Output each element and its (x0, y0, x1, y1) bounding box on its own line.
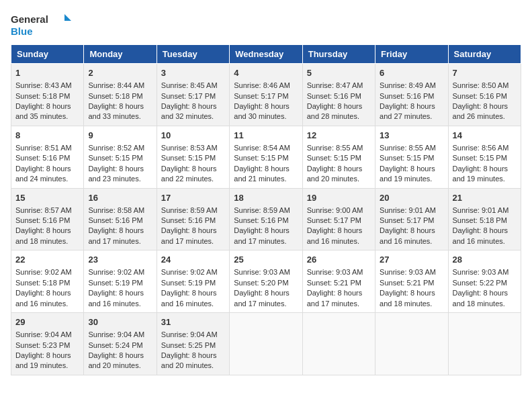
svg-text:General: General (11, 13, 48, 25)
day-of-week-header: Thursday (302, 45, 375, 64)
calendar-cell: 12Sunrise: 8:55 AMSunset: 5:15 PMDayligh… (302, 126, 375, 188)
day-of-week-header: Saturday (448, 45, 521, 64)
day-number: 31 (161, 316, 225, 328)
svg-marker-2 (64, 14, 71, 21)
calendar-cell: 8Sunrise: 8:51 AMSunset: 5:16 PMDaylight… (11, 126, 84, 188)
day-number: 19 (307, 192, 371, 204)
day-of-week-header: Friday (375, 45, 448, 64)
calendar-body: 1Sunrise: 8:43 AMSunset: 5:18 PMDaylight… (11, 64, 521, 375)
calendar-cell: 13Sunrise: 8:55 AMSunset: 5:15 PMDayligh… (375, 126, 448, 188)
days-of-week-row: SundayMondayTuesdayWednesdayThursdayFrid… (11, 45, 521, 64)
day-number: 5 (307, 67, 371, 79)
calendar-cell: 15Sunrise: 8:57 AMSunset: 5:16 PMDayligh… (11, 188, 84, 250)
calendar-cell: 9Sunrise: 8:52 AMSunset: 5:15 PMDaylight… (84, 126, 157, 188)
calendar-week-row: 8Sunrise: 8:51 AMSunset: 5:16 PMDaylight… (11, 126, 521, 188)
day-number: 25 (234, 254, 298, 266)
day-number: 21 (453, 192, 517, 204)
logo-svg: General Blue (11, 11, 71, 38)
day-number: 26 (307, 254, 371, 266)
calendar-week-row: 1Sunrise: 8:43 AMSunset: 5:18 PMDaylight… (11, 64, 521, 126)
day-number: 1 (15, 67, 79, 79)
calendar-cell: 24Sunrise: 9:02 AMSunset: 5:19 PMDayligh… (157, 250, 229, 313)
calendar-table: SundayMondayTuesdayWednesdayThursdayFrid… (11, 44, 521, 375)
svg-text:Blue: Blue (11, 26, 33, 37)
day-number: 4 (234, 67, 298, 79)
day-number: 30 (88, 316, 152, 328)
day-number: 13 (380, 130, 443, 142)
day-number: 3 (161, 67, 225, 79)
calendar-cell: 5Sunrise: 8:47 AMSunset: 5:16 PMDaylight… (302, 64, 375, 126)
calendar-week-row: 15Sunrise: 8:57 AMSunset: 5:16 PMDayligh… (11, 188, 521, 250)
calendar-cell: 1Sunrise: 8:43 AMSunset: 5:18 PMDaylight… (11, 64, 84, 126)
calendar-cell: 22Sunrise: 9:02 AMSunset: 5:18 PMDayligh… (11, 250, 84, 313)
calendar-cell: 3Sunrise: 8:45 AMSunset: 5:17 PMDaylight… (157, 64, 229, 126)
day-number: 27 (380, 254, 443, 266)
day-number: 17 (161, 192, 225, 204)
day-number: 22 (15, 254, 79, 266)
day-number: 12 (307, 130, 371, 142)
calendar-week-row: 29Sunrise: 9:04 AMSunset: 5:23 PMDayligh… (11, 313, 521, 375)
calendar-cell: 29Sunrise: 9:04 AMSunset: 5:23 PMDayligh… (11, 313, 84, 375)
day-of-week-header: Tuesday (157, 45, 229, 64)
calendar-cell: 4Sunrise: 8:46 AMSunset: 5:17 PMDaylight… (230, 64, 302, 126)
day-number: 14 (453, 130, 517, 142)
calendar-cell: 23Sunrise: 9:02 AMSunset: 5:19 PMDayligh… (84, 250, 157, 313)
day-number: 24 (161, 254, 225, 266)
calendar-cell: 14Sunrise: 8:56 AMSunset: 5:15 PMDayligh… (448, 126, 521, 188)
day-number: 20 (380, 192, 443, 204)
calendar-cell: 21Sunrise: 9:01 AMSunset: 5:18 PMDayligh… (448, 188, 521, 250)
calendar-cell: 7Sunrise: 8:50 AMSunset: 5:16 PMDaylight… (448, 64, 521, 126)
calendar-cell (302, 313, 375, 375)
calendar-cell (448, 313, 521, 375)
calendar-cell: 16Sunrise: 8:58 AMSunset: 5:16 PMDayligh… (84, 188, 157, 250)
day-of-week-header: Wednesday (230, 45, 302, 64)
calendar-cell: 17Sunrise: 8:59 AMSunset: 5:16 PMDayligh… (157, 188, 229, 250)
day-number: 16 (88, 192, 152, 204)
day-number: 9 (88, 130, 152, 142)
day-number: 23 (88, 254, 152, 266)
calendar-cell: 11Sunrise: 8:54 AMSunset: 5:15 PMDayligh… (230, 126, 302, 188)
header: General Blue (11, 11, 521, 38)
calendar-cell: 6Sunrise: 8:49 AMSunset: 5:16 PMDaylight… (375, 64, 448, 126)
day-number: 28 (453, 254, 517, 266)
calendar-cell: 20Sunrise: 9:01 AMSunset: 5:17 PMDayligh… (375, 188, 448, 250)
calendar-cell: 18Sunrise: 8:59 AMSunset: 5:16 PMDayligh… (230, 188, 302, 250)
calendar-cell: 10Sunrise: 8:53 AMSunset: 5:15 PMDayligh… (157, 126, 229, 188)
calendar-cell: 28Sunrise: 9:03 AMSunset: 5:22 PMDayligh… (448, 250, 521, 313)
calendar-cell (230, 313, 302, 375)
calendar-cell: 25Sunrise: 9:03 AMSunset: 5:20 PMDayligh… (230, 250, 302, 313)
day-number: 8 (15, 130, 79, 142)
day-number: 7 (453, 67, 517, 79)
calendar-cell: 2Sunrise: 8:44 AMSunset: 5:18 PMDaylight… (84, 64, 157, 126)
calendar-week-row: 22Sunrise: 9:02 AMSunset: 5:18 PMDayligh… (11, 250, 521, 313)
day-of-week-header: Sunday (11, 45, 84, 64)
day-number: 29 (15, 316, 79, 328)
calendar-cell: 26Sunrise: 9:03 AMSunset: 5:21 PMDayligh… (302, 250, 375, 313)
calendar-cell: 19Sunrise: 9:00 AMSunset: 5:17 PMDayligh… (302, 188, 375, 250)
logo: General Blue (11, 11, 71, 38)
day-number: 6 (380, 67, 443, 79)
calendar-cell: 27Sunrise: 9:03 AMSunset: 5:21 PMDayligh… (375, 250, 448, 313)
calendar-cell: 30Sunrise: 9:04 AMSunset: 5:24 PMDayligh… (84, 313, 157, 375)
day-number: 10 (161, 130, 225, 142)
calendar-cell: 31Sunrise: 9:04 AMSunset: 5:25 PMDayligh… (157, 313, 229, 375)
day-number: 15 (15, 192, 79, 204)
day-number: 2 (88, 67, 152, 79)
day-number: 18 (234, 192, 298, 204)
day-of-week-header: Monday (84, 45, 157, 64)
day-number: 11 (234, 130, 298, 142)
calendar-cell (375, 313, 448, 375)
